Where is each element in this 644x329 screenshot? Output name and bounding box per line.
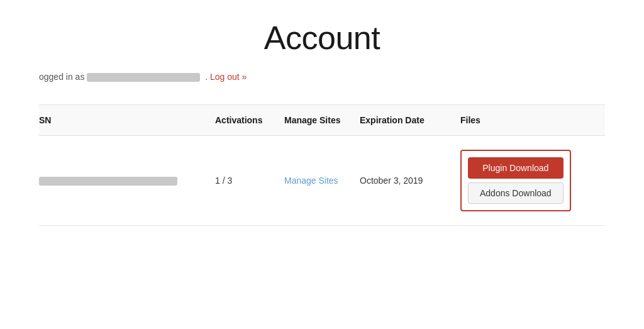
table-row: 1 / 3 Manage Sites October 3, 2019 Plugi… bbox=[39, 136, 605, 225]
row-expiration-date: October 3, 2019 bbox=[360, 176, 460, 186]
col-header-activations: Activations bbox=[215, 115, 284, 125]
manage-sites-link[interactable]: Manage Sites bbox=[284, 176, 338, 186]
col-header-manage-sites: Manage Sites bbox=[284, 115, 360, 125]
logged-in-prefix: ogged in as bbox=[39, 72, 84, 82]
addons-download-button[interactable]: Addons Download bbox=[468, 182, 564, 204]
col-header-files: Files bbox=[460, 115, 605, 125]
logout-link[interactable]: Log out » bbox=[210, 72, 247, 82]
serial-number-blurred bbox=[39, 177, 177, 186]
page-title: Account bbox=[39, 0, 605, 72]
logged-in-email-blurred bbox=[87, 73, 200, 82]
account-table: SN Activations Manage Sites Expiration D… bbox=[39, 104, 605, 226]
logged-in-bar: ogged in as . Log out » bbox=[39, 72, 605, 86]
logged-in-separator: . bbox=[205, 72, 208, 82]
col-header-expiration-date: Expiration Date bbox=[360, 115, 460, 125]
table-header-row: SN Activations Manage Sites Expiration D… bbox=[39, 105, 605, 136]
row-manage-sites: Manage Sites bbox=[284, 176, 360, 186]
plugin-download-button[interactable]: Plugin Download bbox=[468, 157, 564, 179]
files-buttons-container: Plugin Download Addons Download bbox=[460, 150, 571, 211]
row-sn bbox=[39, 176, 215, 186]
row-activations: 1 / 3 bbox=[215, 176, 284, 186]
row-files: Plugin Download Addons Download bbox=[460, 150, 605, 211]
col-header-sn: SN bbox=[39, 115, 215, 125]
